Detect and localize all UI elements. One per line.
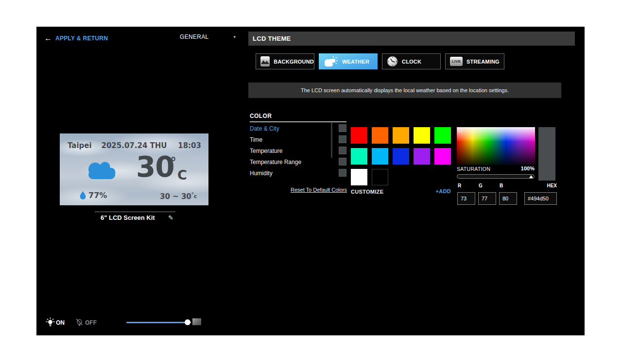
assigned-color-swatch [339,135,346,143]
preview-range-unit: c [194,193,197,199]
palette-swatch[interactable] [351,169,367,185]
color-item-humidity[interactable]: Humidity [250,168,328,178]
add-color-button[interactable]: +ADD [351,188,451,194]
brightness-slider[interactable] [126,322,191,323]
color-item-label: Date & City [250,125,279,132]
back-arrow-icon: ← [44,34,52,42]
page-title: LCD THEME [253,35,291,42]
preview-temp-range: 30 ~ 30°c [160,192,197,201]
picker-cursor[interactable] [458,129,462,132]
color-item-label: Humidity [250,170,273,177]
g-input[interactable] [478,192,496,205]
lcd-theme-panel: ← APPLY & RETURN GENERAL ▾ LCD THEME BAC… [36,27,585,335]
color-item-date-city[interactable]: Date & City [250,123,328,133]
tab-streaming[interactable]: LIVE STREAMING [445,53,504,69]
saturation-slider[interactable] [457,174,535,179]
assigned-color-swatch [339,147,346,154]
r-label: R [458,183,461,188]
tab-streaming-label: STREAMING [466,59,500,65]
color-item-label: Time [250,136,262,143]
reset-default-colors-link[interactable]: Reset To Default Colors [250,187,347,193]
screen-on-bulb-icon[interactable] [46,317,55,329]
color-item-label: Temperature Range [250,159,301,165]
hex-input[interactable] [524,192,557,205]
brightness-slider-thumb[interactable] [185,319,190,325]
color-item-temperature[interactable]: Temperature [250,146,328,156]
preview-time: 18:03 [178,141,201,150]
chevron-down-icon: ▾ [233,34,236,39]
palette-swatch[interactable] [351,127,367,144]
saturation-value: 100% [476,165,535,171]
general-dropdown-value: GENERAL [180,33,208,40]
assigned-color-swatch [339,169,346,177]
cloud-icon [83,159,120,188]
tab-background-label: BACKGROUND [274,59,314,65]
palette-swatch[interactable] [434,148,451,165]
live-badge-icon: LIVE [450,57,463,66]
palette-swatch[interactable] [434,127,451,144]
image-icon [260,56,270,66]
sun-cloud-icon [323,56,338,67]
color-gradient-picker[interactable] [457,127,535,165]
tab-weather[interactable]: WEATHER [319,53,378,69]
assigned-color-swatch [339,124,346,132]
general-dropdown[interactable]: GENERAL ▾ [180,33,236,40]
palette-swatch[interactable] [414,127,430,144]
color-title-divider [250,121,346,122]
color-item-temperature-range[interactable]: Temperature Range [250,157,328,167]
tab-background[interactable]: BACKGROUND [256,53,314,69]
apply-return-button[interactable]: ← APPLY & RETURN [44,34,108,42]
device-name: 6" LCD Screen Kit [101,214,155,221]
lcd-screen-preview: Taipei 2025.07.24 THU 18:03 30 ° C 77% 3… [60,133,208,205]
brightness-gradient-icon [192,318,201,325]
hex-label: HEX [499,183,557,188]
screen-off-bulb-icon[interactable] [75,318,84,329]
lcd-theme-title-bar: LCD THEME [248,32,575,46]
assigned-color-swatch [339,158,346,165]
preview-temperature: 30 [136,153,174,181]
color-item-time[interactable]: Time [250,134,328,145]
palette-swatch[interactable] [393,148,409,165]
palette-swatch[interactable] [393,127,409,144]
water-drop-icon [80,191,86,199]
saturation-slider-thumb[interactable] [529,175,533,178]
screen-on-label[interactable]: ON [56,319,65,326]
preview-degree-symbol: ° [170,155,176,169]
palette-swatch[interactable] [351,148,367,165]
edit-pencil-icon[interactable]: ✎ [168,214,173,221]
palette-swatch[interactable] [372,127,388,144]
b-input[interactable] [499,192,517,205]
palette-swatch[interactable] [372,148,388,165]
apply-return-label: APPLY & RETURN [55,35,108,42]
r-input[interactable] [457,192,475,205]
palette-swatch[interactable] [414,148,430,165]
color-section-title: COLOR [250,113,272,119]
tab-clock-label: CLOCK [402,59,421,65]
palette-grid [351,127,451,185]
color-list-scrollbar[interactable] [331,123,332,158]
preview-range-value: 30 ~ 30 [160,192,191,201]
device-name-field[interactable]: 6" LCD Screen Kit ✎ [95,212,175,221]
tab-clock[interactable]: CLOCK [382,53,441,69]
tab-weather-label: WEATHER [342,59,369,65]
empty-swatch-slot[interactable] [372,169,388,185]
color-item-label: Temperature [250,148,282,154]
clock-icon [387,56,398,67]
info-message: The LCD screen automatically displays th… [301,87,509,93]
preview-humidity: 77% [88,191,107,200]
g-label: G [479,183,483,188]
current-color-preview [538,127,555,181]
preview-temp-unit: C [177,167,187,182]
preview-humidity-row: 77% [80,191,107,200]
info-banner: The LCD screen automatically displays th… [248,83,561,98]
screen-off-label[interactable]: OFF [85,319,97,326]
